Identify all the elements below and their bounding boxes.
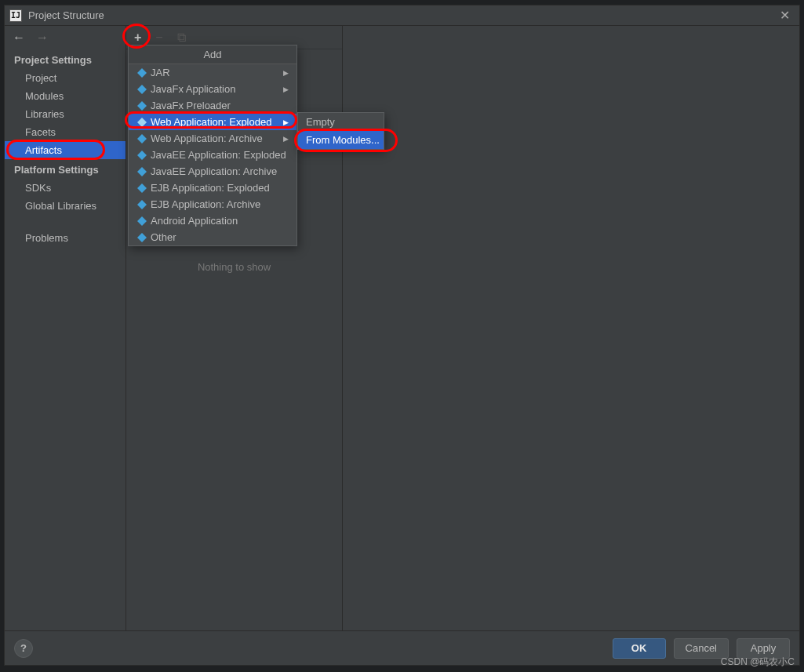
menu-item-javaee-archive[interactable]: JavaEE Application: Archive	[129, 163, 296, 180]
svg-marker-5	[137, 151, 147, 160]
artifact-icon	[135, 166, 149, 177]
menu-item-label: Android Application	[151, 215, 289, 227]
menu-item-web-archive[interactable]: Web Application: Archive ▶	[129, 130, 296, 147]
svg-marker-4	[137, 134, 147, 143]
project-structure-dialog: IJ Project Structure ✕ ← → Project Setti…	[4, 5, 800, 666]
help-button[interactable]: ?	[14, 639, 33, 658]
svg-marker-3	[137, 118, 147, 127]
menu-item-label: JavaFx Application	[151, 83, 283, 95]
artifact-detail-panel	[343, 26, 799, 630]
sidebar-item-global-libraries[interactable]: Global Libraries	[5, 197, 126, 215]
sidebar-item-libraries[interactable]: Libraries	[5, 105, 126, 123]
svg-marker-1	[137, 85, 147, 94]
copy-artifact-icon[interactable]: ⧉	[177, 31, 186, 44]
svg-marker-2	[137, 101, 147, 111]
sidebar-nav: ← →	[5, 26, 126, 49]
submenu-arrow-icon: ▶	[283, 69, 289, 77]
sidebar-item-artifacts[interactable]: Artifacts	[5, 141, 126, 159]
window-title: Project Structure	[28, 9, 775, 21]
menu-item-label: JAR	[151, 67, 283, 78]
sidebar-item-facets[interactable]: Facets	[5, 123, 126, 141]
submenu-item-from-modules[interactable]: From Modules...	[298, 131, 384, 149]
sidebar-list: Project Settings Project Modules Librari…	[5, 49, 126, 630]
artifact-icon	[135, 216, 149, 227]
artifact-icon	[135, 183, 149, 194]
menu-item-label: JavaFx Preloader	[151, 100, 289, 111]
menu-item-label: Other	[151, 231, 289, 243]
submenu-item-empty[interactable]: Empty	[298, 113, 384, 131]
submenu-arrow-icon: ▶	[283, 85, 289, 93]
watermark: CSDN @码农小C	[721, 656, 795, 669]
artifact-icon	[135, 117, 149, 128]
add-popup-title: Add	[129, 45, 296, 64]
menu-item-android-app[interactable]: Android Application	[129, 212, 296, 229]
ok-button[interactable]: OK	[613, 638, 666, 659]
menu-item-javafx-preloader[interactable]: JavaFx Preloader	[129, 97, 296, 114]
sidebar-item-sdks[interactable]: SDKs	[5, 179, 126, 197]
svg-marker-6	[137, 167, 147, 176]
svg-marker-0	[137, 68, 147, 78]
artifact-icon	[135, 100, 149, 111]
menu-item-javaee-exploded[interactable]: JavaEE Application: Exploded	[129, 147, 296, 163]
add-artifact-popup: Add JAR ▶ JavaFx Application ▶ JavaFx Pr…	[128, 45, 297, 246]
menu-item-label: EJB Application: Archive	[151, 198, 289, 210]
sidebar-item-modules[interactable]: Modules	[5, 87, 126, 105]
sidebar-heading-project-settings: Project Settings	[5, 49, 126, 69]
web-exploded-submenu: Empty From Modules...	[297, 112, 384, 150]
nav-back-icon[interactable]: ←	[13, 31, 25, 45]
menu-item-web-exploded[interactable]: Web Application: Exploded ▶	[129, 114, 296, 130]
app-icon: IJ	[9, 9, 22, 22]
menu-item-label: EJB Application: Exploded	[151, 182, 289, 194]
svg-marker-7	[137, 183, 147, 193]
menu-item-ejb-exploded[interactable]: EJB Application: Exploded	[129, 180, 296, 196]
dialog-body: ← → Project Settings Project Modules Lib…	[5, 26, 799, 630]
submenu-arrow-icon: ▶	[283, 135, 289, 143]
svg-marker-9	[137, 216, 147, 226]
sidebar: ← → Project Settings Project Modules Lib…	[5, 26, 126, 630]
menu-item-jar[interactable]: JAR ▶	[129, 64, 296, 81]
menu-item-label: Web Application: Archive	[151, 133, 283, 144]
submenu-arrow-icon: ▶	[283, 118, 289, 126]
artifact-icon	[135, 150, 149, 161]
close-icon[interactable]: ✕	[775, 8, 795, 23]
artifact-icon	[135, 232, 149, 243]
artifact-icon	[135, 84, 149, 95]
sidebar-item-problems[interactable]: Problems	[5, 229, 126, 247]
menu-item-label: JavaEE Application: Exploded	[151, 149, 289, 161]
nav-forward-icon[interactable]: →	[36, 31, 49, 45]
sidebar-item-project[interactable]: Project	[5, 69, 126, 87]
add-artifact-icon[interactable]: +	[134, 31, 141, 44]
artifact-icon	[135, 67, 149, 78]
sidebar-heading-platform-settings: Platform Settings	[5, 159, 126, 179]
title-bar: IJ Project Structure ✕	[5, 5, 799, 26]
empty-list-label: Nothing to show	[198, 261, 271, 273]
artifact-icon	[135, 133, 149, 144]
svg-marker-10	[137, 233, 147, 242]
remove-artifact-icon[interactable]: −	[155, 31, 162, 44]
menu-item-javafx-app[interactable]: JavaFx Application ▶	[129, 81, 296, 97]
menu-item-label: JavaEE Application: Archive	[151, 165, 289, 177]
artifact-icon	[135, 199, 149, 210]
menu-item-ejb-archive[interactable]: EJB Application: Archive	[129, 196, 296, 212]
dialog-footer: ? OK Cancel Apply	[5, 630, 799, 665]
menu-item-label: Web Application: Exploded	[151, 116, 283, 128]
menu-item-other[interactable]: Other	[129, 229, 296, 245]
svg-marker-8	[137, 200, 147, 209]
